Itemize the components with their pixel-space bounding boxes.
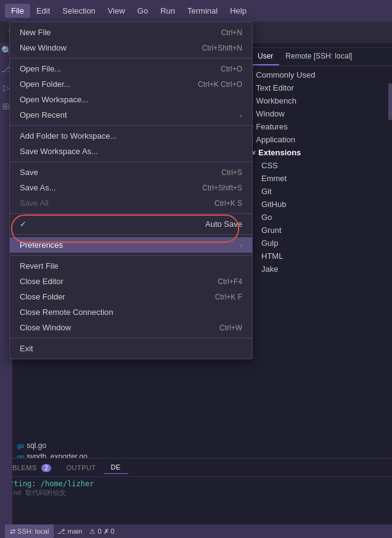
menu-item-label: New File <box>20 28 51 37</box>
menu-shortcut: Ctrl+K Ctrl+O <box>198 80 242 89</box>
scrollbar[interactable] <box>388 83 392 120</box>
menu-terminal[interactable]: Terminal <box>181 4 224 18</box>
menu-item-label: Exit <box>20 344 33 353</box>
bottom-panel: BLEMS 2 OUTPUT DE arting: /home/lizher k… <box>0 458 392 507</box>
menu-item-label: Add Folder to Workspace... <box>20 131 116 141</box>
menu-exit[interactable]: Exit <box>10 341 252 356</box>
menu-item-label: Save Workspace As... <box>20 147 98 156</box>
menu-open-folder[interactable]: Open Folder... Ctrl+K Ctrl+O <box>10 76 252 92</box>
menu-save[interactable]: Save Ctrl+S <box>10 165 252 180</box>
menu-close-window[interactable]: Close Window Ctrl+W <box>10 320 252 335</box>
bottom-tabs: BLEMS 2 OUTPUT DE <box>0 459 392 477</box>
submenu-arrow: › <box>240 242 242 249</box>
menu-shortcut: Ctrl+N <box>221 28 242 37</box>
menu-close-remote[interactable]: Close Remote Connection <box>10 304 252 320</box>
menu-save-all: Save All Ctrl+K S <box>10 195 252 211</box>
status-line: kend 歌代码的仙女 <box>5 488 387 497</box>
menu-shortcut: Ctrl+F4 <box>218 277 242 286</box>
settings-item-workbench[interactable]: › Workbench <box>247 94 392 107</box>
menu-preferences[interactable]: Preferences › <box>10 237 252 253</box>
menu-shortcut: Ctrl+Shift+S <box>202 184 242 192</box>
tab-debug[interactable]: DE <box>104 461 128 474</box>
menu-save-as[interactable]: Save As... Ctrl+Shift+S <box>10 180 252 195</box>
status-errors[interactable]: ⚠ 0 ✗ 0 <box>86 528 118 536</box>
menu-view[interactable]: View <box>102 4 131 18</box>
menu-item-label: Save As... <box>20 183 56 192</box>
menu-open-recent[interactable]: Open Recent › <box>10 107 252 123</box>
menu-run[interactable]: Run <box>154 4 181 18</box>
go-lang-icon: go <box>17 442 24 449</box>
menu-item-label: New Window <box>20 43 67 52</box>
tab-remote[interactable]: Remote [SSH: local] <box>279 48 358 65</box>
settings-subitem-github[interactable]: GitHub <box>247 198 392 211</box>
menu-file[interactable]: File <box>5 4 30 18</box>
menu-item-label: Open Workspace... <box>20 95 88 104</box>
menu-open-file[interactable]: Open File... Ctrl+O <box>10 61 252 76</box>
menu-shortcut: Ctrl+Shift+N <box>202 44 242 52</box>
file-item-sql-go[interactable]: go sql.go <box>12 440 234 451</box>
settings-item-application[interactable]: › Application <box>247 133 392 146</box>
submenu-arrow: › <box>240 112 242 119</box>
settings-subitem-css[interactable]: CSS <box>247 159 392 172</box>
menu-add-folder[interactable]: Add Folder to Workspace... <box>10 128 252 144</box>
menu-item-label: Open Recent <box>20 110 67 120</box>
separator <box>10 58 252 59</box>
menu-open-workspace[interactable]: Open Workspace... <box>10 92 252 107</box>
settings-subitem-gulp[interactable]: Gulp <box>247 237 392 250</box>
settings-tabs: User Remote [SSH: local] <box>247 48 392 66</box>
menu-item-label: Preferences <box>20 240 63 250</box>
menu-shortcut: Ctrl+K F <box>215 293 242 301</box>
menu-shortcut: Ctrl+W <box>219 324 242 332</box>
settings-subitem-jake[interactable]: Jake <box>247 263 392 275</box>
menu-shortcut: Ctrl+S <box>221 168 242 177</box>
settings-subitem-grunt[interactable]: Grunt <box>247 224 392 237</box>
tab-output[interactable]: OUTPUT <box>59 462 103 474</box>
menu-revert-file[interactable]: Revert File <box>10 258 252 274</box>
menu-new-file[interactable]: New File Ctrl+N <box>10 25 252 40</box>
menu-close-folder[interactable]: Close Folder Ctrl+K F <box>10 289 252 304</box>
menu-save-workspace[interactable]: Save Workspace As... <box>10 144 252 159</box>
terminal-line: arting: /home/lizher <box>5 479 387 488</box>
menu-edit[interactable]: Edit <box>30 4 56 18</box>
menu-shortcut: Ctrl+K S <box>214 199 242 208</box>
separator <box>10 234 252 235</box>
status-bar: ⇄ SSH: local ⎇ main ⚠ 0 ✗ 0 <box>0 524 392 538</box>
menu-shortcut: Ctrl+O <box>221 65 242 73</box>
menu-selection[interactable]: Selection <box>56 4 101 18</box>
settings-item-extensions[interactable]: ∨ Extensions <box>247 146 392 159</box>
settings-subitem-html[interactable]: HTML <box>247 250 392 263</box>
settings-item-text-editor[interactable]: › Text Editor <box>247 81 392 94</box>
menu-item-label: Close Window <box>20 323 71 332</box>
menu-bar: File Edit Selection View Go Run Terminal… <box>0 0 392 22</box>
settings-item-window[interactable]: › Window <box>247 107 392 120</box>
separator <box>10 161 252 162</box>
menu-close-editor[interactable]: Close Editor Ctrl+F4 <box>10 274 252 289</box>
settings-tree: › Commonly Used › Text Editor › Workbenc… <box>247 66 392 278</box>
settings-subitem-emmet[interactable]: Emmet <box>247 172 392 185</box>
status-branch[interactable]: ⎇ main <box>54 528 86 536</box>
menu-item-label: Save All <box>20 198 49 208</box>
separator <box>10 255 252 256</box>
menu-item-label: Save <box>20 168 38 177</box>
menu-auto-save[interactable]: ✓ Auto Save <box>10 216 252 232</box>
separator <box>10 125 252 126</box>
file-name: sql.go <box>27 441 46 450</box>
settings-subitem-go[interactable]: Go <box>247 211 392 224</box>
separator <box>10 338 252 338</box>
settings-subitem-git[interactable]: Git <box>247 185 392 198</box>
separator <box>10 213 252 214</box>
menu-item-label: Close Remote Connection <box>20 308 113 317</box>
menu-new-window[interactable]: New Window Ctrl+Shift+N <box>10 40 252 55</box>
tab-problems[interactable]: BLEMS 2 <box>5 462 59 474</box>
settings-item-features[interactable]: › Features <box>247 120 392 133</box>
menu-help[interactable]: Help <box>224 4 253 18</box>
menu-item-label: Open Folder... <box>20 79 70 89</box>
menu-go[interactable]: Go <box>131 4 154 18</box>
menu-item-label: Close Folder <box>20 292 65 301</box>
tab-user[interactable]: User <box>251 48 279 65</box>
problems-badge: 2 <box>41 464 51 472</box>
status-remote[interactable]: ⇄ SSH: local <box>5 524 54 538</box>
checkmark-icon: ✓ <box>20 219 28 229</box>
settings-item-commonly-used[interactable]: › Commonly Used <box>247 68 392 81</box>
file-dropdown-menu: New File Ctrl+N New Window Ctrl+Shift+N … <box>9 22 253 359</box>
